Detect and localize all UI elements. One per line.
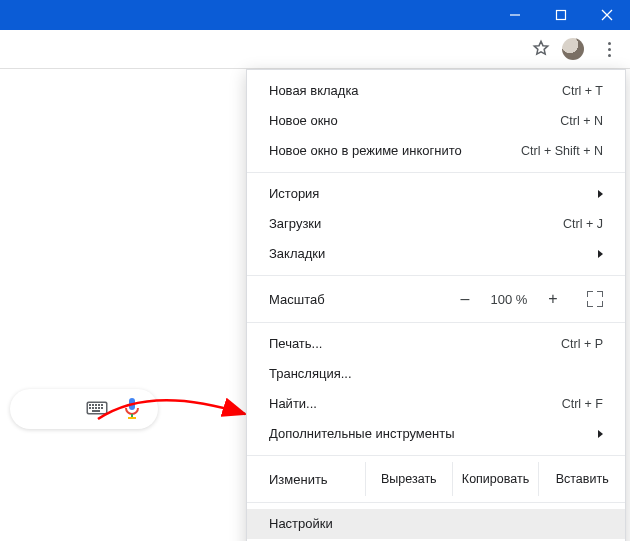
svg-rect-12: [92, 407, 94, 409]
menu-item-incognito[interactable]: Новое окно в режиме инкогнито Ctrl + Shi…: [247, 136, 625, 166]
edit-copy-button[interactable]: Копировать: [452, 462, 539, 496]
svg-rect-13: [95, 407, 97, 409]
menu-item-shortcut: Ctrl + J: [563, 209, 603, 239]
svg-rect-16: [92, 410, 100, 412]
svg-rect-17: [129, 398, 135, 410]
window-maximize-button[interactable]: [538, 0, 584, 30]
menu-separator: [247, 275, 625, 276]
svg-rect-9: [98, 404, 100, 406]
menu-item-label: Дополнительные инструменты: [269, 419, 598, 449]
menu-item-label: Печать...: [269, 329, 561, 359]
svg-rect-8: [95, 404, 97, 406]
menu-item-label: История: [269, 179, 598, 209]
svg-rect-14: [98, 407, 100, 409]
menu-item-label: Новая вкладка: [269, 76, 562, 106]
menu-item-label: Новое окно в режиме инкогнито: [269, 136, 521, 166]
menu-item-settings[interactable]: Настройки: [247, 509, 625, 539]
window-close-button[interactable]: [584, 0, 630, 30]
menu-item-label: Загрузки: [269, 209, 563, 239]
menu-item-label: Закладки: [269, 239, 598, 269]
menu-item-cast[interactable]: Трансляция...: [247, 359, 625, 389]
svg-rect-1: [557, 11, 566, 20]
menu-item-zoom: Масштаб – 100 % +: [247, 282, 625, 316]
window-titlebar: [0, 0, 630, 30]
submenu-arrow-icon: [598, 250, 603, 258]
svg-rect-11: [89, 407, 91, 409]
keyboard-icon[interactable]: [86, 401, 108, 418]
edit-paste-button[interactable]: Вставить: [538, 462, 625, 496]
svg-rect-6: [89, 404, 91, 406]
menu-separator: [247, 455, 625, 456]
menu-item-new-tab[interactable]: Новая вкладка Ctrl + T: [247, 76, 625, 106]
zoom-label: Масштаб: [269, 292, 453, 307]
menu-item-label: Новое окно: [269, 106, 560, 136]
menu-separator: [247, 502, 625, 503]
menu-item-more-tools[interactable]: Дополнительные инструменты: [247, 419, 625, 449]
menu-item-shortcut: Ctrl + F: [562, 389, 603, 419]
profile-avatar[interactable]: [562, 38, 584, 60]
menu-item-shortcut: Ctrl + Shift + N: [521, 136, 603, 166]
edit-cut-button[interactable]: Вырезать: [365, 462, 452, 496]
menu-item-label: Настройки: [269, 509, 603, 539]
menu-item-bookmarks[interactable]: Закладки: [247, 239, 625, 269]
svg-rect-15: [101, 407, 103, 409]
menu-item-shortcut: Ctrl + N: [560, 106, 603, 136]
menu-item-print[interactable]: Печать... Ctrl + P: [247, 329, 625, 359]
menu-item-label: Найти...: [269, 389, 562, 419]
menu-item-downloads[interactable]: Загрузки Ctrl + J: [247, 209, 625, 239]
zoom-out-button[interactable]: –: [453, 290, 477, 308]
voice-search-icon[interactable]: [124, 398, 140, 420]
menu-item-shortcut: Ctrl + P: [561, 329, 603, 359]
bookmark-star-icon[interactable]: [532, 39, 550, 60]
browser-toolbar: [0, 30, 630, 69]
menu-separator: [247, 172, 625, 173]
page-content: Новая вкладка Ctrl + T Новое окно Ctrl +…: [0, 69, 630, 541]
svg-rect-10: [101, 404, 103, 406]
menu-item-new-window[interactable]: Новое окно Ctrl + N: [247, 106, 625, 136]
menu-item-edit: Изменить Вырезать Копировать Вставить: [247, 462, 625, 496]
menu-item-label: Трансляция...: [269, 359, 603, 389]
zoom-in-button[interactable]: +: [541, 290, 565, 308]
submenu-arrow-icon: [598, 430, 603, 438]
chrome-menu-button[interactable]: [596, 36, 622, 63]
svg-rect-7: [92, 404, 94, 406]
search-box-right-controls: [10, 389, 158, 429]
window-minimize-button[interactable]: [492, 0, 538, 30]
zoom-value: 100 %: [485, 292, 533, 307]
menu-item-history[interactable]: История: [247, 179, 625, 209]
submenu-arrow-icon: [598, 190, 603, 198]
menu-item-shortcut: Ctrl + T: [562, 76, 603, 106]
edit-label: Изменить: [247, 462, 365, 496]
fullscreen-icon[interactable]: [587, 291, 603, 307]
chrome-main-menu: Новая вкладка Ctrl + T Новое окно Ctrl +…: [246, 69, 626, 541]
menu-separator: [247, 322, 625, 323]
menu-item-find[interactable]: Найти... Ctrl + F: [247, 389, 625, 419]
